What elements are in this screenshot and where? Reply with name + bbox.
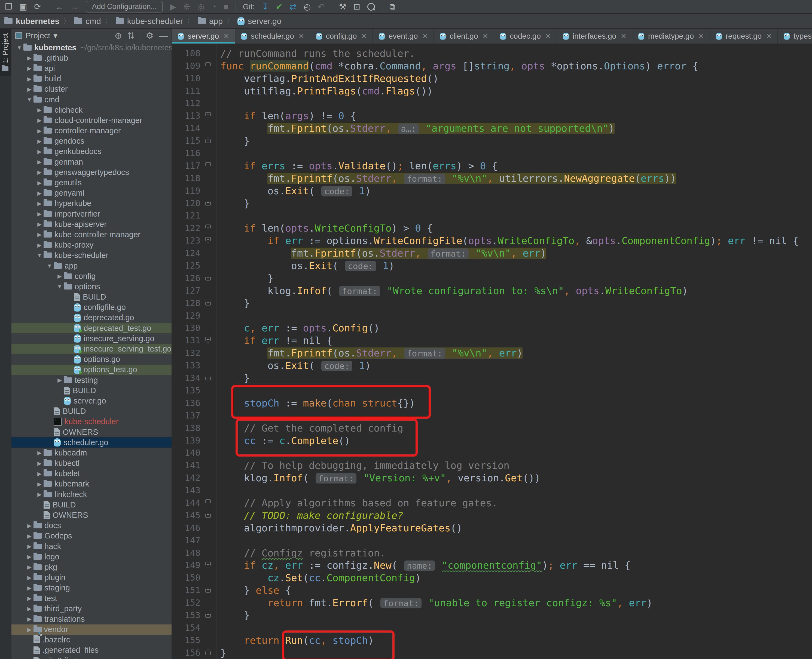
fold-end-icon[interactable] xyxy=(205,512,211,518)
chevron-collapsed-icon[interactable]: ▶ xyxy=(35,491,44,498)
coverage-icon[interactable]: ◎ xyxy=(197,3,204,11)
tree-row[interactable]: ▶genyaml xyxy=(11,188,172,199)
fold-start-icon[interactable] xyxy=(205,337,211,343)
tree-row[interactable]: deprecated.go xyxy=(11,313,172,323)
tab-request.go[interactable]: request.go✕ xyxy=(710,29,778,44)
chevron-collapsed-icon[interactable]: ▶ xyxy=(35,211,44,217)
chevron-collapsed-icon[interactable]: ▶ xyxy=(35,481,44,487)
stop-icon[interactable]: ■ xyxy=(224,3,229,11)
chevron-collapsed-icon[interactable]: ▶ xyxy=(25,585,33,591)
run-icon[interactable]: ▶ xyxy=(170,3,176,11)
tree-row[interactable]: ▼kube-scheduler xyxy=(11,250,172,261)
tree-row[interactable]: BUILD xyxy=(11,500,172,510)
code-editor[interactable]: 107108// runCommand runs the scheduler.1… xyxy=(172,44,812,659)
chevron-collapsed-icon[interactable]: ▶ xyxy=(25,86,33,93)
tree-row[interactable]: ▶kubectl xyxy=(11,458,172,468)
close-icon[interactable]: ✕ xyxy=(621,32,627,41)
chevron-collapsed-icon[interactable]: ▶ xyxy=(25,55,33,61)
tree-row[interactable]: ▶config xyxy=(11,271,172,281)
chevron-collapsed-icon[interactable]: ▶ xyxy=(35,449,44,456)
tree-row[interactable]: ▶logo xyxy=(11,552,172,562)
tree-row[interactable]: ▶hack xyxy=(11,541,172,552)
tree-row[interactable]: ▶build xyxy=(11,74,172,84)
debug-icon[interactable]: ❉ xyxy=(183,3,190,11)
tree-row[interactable]: insecure_serving_test.go xyxy=(11,344,172,354)
chevron-collapsed-icon[interactable]: ▶ xyxy=(55,377,64,383)
close-icon[interactable]: ✕ xyxy=(545,32,551,41)
tree-row[interactable]: ▶genman xyxy=(11,157,172,167)
tree-row[interactable]: .generated_files xyxy=(11,645,172,656)
close-icon[interactable]: ✕ xyxy=(698,32,704,41)
close-icon[interactable]: ✕ xyxy=(482,32,488,41)
tree-row[interactable]: ▼options xyxy=(11,281,172,292)
fold-end-icon[interactable] xyxy=(205,200,211,206)
gear-icon[interactable]: ⚙ xyxy=(146,30,153,41)
close-icon[interactable]: ✕ xyxy=(361,32,367,41)
collapse-all-icon[interactable]: ⇅ xyxy=(128,30,135,41)
tree-row[interactable]: ▶testing xyxy=(11,375,172,385)
tree-row[interactable]: ▶kube-apiserver xyxy=(11,219,172,229)
chevron-collapsed-icon[interactable]: ▶ xyxy=(25,65,33,72)
breadcrumb-item[interactable]: kubernetes xyxy=(4,17,59,26)
chevron-collapsed-icon[interactable]: ▶ xyxy=(35,128,44,134)
tab-server.go[interactable]: server.go✕ xyxy=(172,29,235,44)
locate-icon[interactable]: ⊕ xyxy=(115,30,122,41)
fold-end-icon[interactable] xyxy=(205,649,211,655)
tree-row[interactable]: OWNERS xyxy=(11,427,172,437)
chevron-collapsed-icon[interactable]: ▶ xyxy=(35,231,44,238)
merge-icon[interactable]: ⇄ xyxy=(290,3,297,11)
tree-row[interactable]: server.go xyxy=(11,396,172,406)
tab-client.go[interactable]: client.go✕ xyxy=(434,29,494,44)
chevron-expanded-icon[interactable]: ▼ xyxy=(25,96,33,103)
tree-row[interactable]: ▶genswaggertypedocs xyxy=(11,167,172,177)
chevron-collapsed-icon[interactable]: ▶ xyxy=(25,616,33,622)
commit-icon[interactable]: ✔ xyxy=(276,3,282,11)
sync-icon[interactable]: ⟳ xyxy=(34,3,41,11)
chevron-collapsed-icon[interactable]: ▶ xyxy=(35,221,44,227)
tree-row[interactable]: BUILD xyxy=(11,385,172,396)
tree-row[interactable]: kube-scheduler xyxy=(11,416,172,427)
tree-row[interactable]: ▶cloud-controller-manager xyxy=(11,115,172,125)
close-icon[interactable]: ✕ xyxy=(223,32,229,41)
tree-row[interactable]: ▼app xyxy=(11,261,172,271)
run-anything-icon[interactable]: ⊡ xyxy=(354,3,360,11)
close-icon[interactable]: ✕ xyxy=(766,32,772,41)
close-icon[interactable]: ✕ xyxy=(422,32,428,41)
breadcrumb-item[interactable]: server.go xyxy=(237,17,281,26)
save-all-icon[interactable]: ▣ xyxy=(19,3,27,11)
tree-row[interactable]: ▶vvendor xyxy=(11,624,172,635)
tree-row[interactable]: ▶importverifier xyxy=(11,209,172,219)
fold-end-icon[interactable] xyxy=(205,612,211,618)
tab-scheduler.go[interactable]: scheduler.go✕ xyxy=(235,29,310,44)
chevron-collapsed-icon[interactable]: ▶ xyxy=(35,107,44,113)
breadcrumb-item[interactable]: app xyxy=(198,17,223,26)
chevron-collapsed-icon[interactable]: ▶ xyxy=(25,543,33,550)
tree-row[interactable]: .gitattributes xyxy=(11,656,172,659)
tree-row[interactable]: OWNERS xyxy=(11,510,172,520)
chevron-collapsed-icon[interactable]: ▶ xyxy=(35,169,44,175)
tree-row[interactable]: ▶api xyxy=(11,63,172,74)
fold-start-icon[interactable] xyxy=(205,162,211,168)
tree-row[interactable]: ▶kube-proxy xyxy=(11,240,172,250)
chevron-collapsed-icon[interactable]: ▶ xyxy=(25,564,33,570)
history-icon[interactable]: ◴ xyxy=(303,3,311,11)
add-configuration-button[interactable]: Add Configuration... xyxy=(86,1,163,13)
chevron-down-icon[interactable]: ▾ xyxy=(54,31,57,40)
chevron-collapsed-icon[interactable]: ▶ xyxy=(35,470,44,477)
tree-row[interactable]: options_test.go xyxy=(11,364,172,375)
tree-row[interactable]: options.go xyxy=(11,354,172,364)
tree-row[interactable]: ▶genkubedocs xyxy=(11,147,172,157)
fold-end-icon[interactable] xyxy=(205,586,211,593)
sidebar-item-project[interactable]: 1: Project xyxy=(0,29,11,76)
tree-row[interactable]: ▶gendocs xyxy=(11,136,172,147)
tree-row[interactable]: ▶genutils xyxy=(11,177,172,188)
chevron-collapsed-icon[interactable]: ▶ xyxy=(35,180,44,186)
chevron-collapsed-icon[interactable]: ▶ xyxy=(25,626,33,633)
tree-row[interactable]: ▶controller-manager xyxy=(11,126,172,136)
tree-row[interactable]: ▶kubeadm xyxy=(11,448,172,458)
chevron-collapsed-icon[interactable]: ▶ xyxy=(35,190,44,197)
tree-row[interactable]: ▶linkcheck xyxy=(11,489,172,500)
tree-row[interactable]: insecure_serving.go xyxy=(11,333,172,344)
remote-devices-icon[interactable]: ⧉ xyxy=(389,3,395,11)
hide-icon[interactable]: — xyxy=(159,31,168,41)
